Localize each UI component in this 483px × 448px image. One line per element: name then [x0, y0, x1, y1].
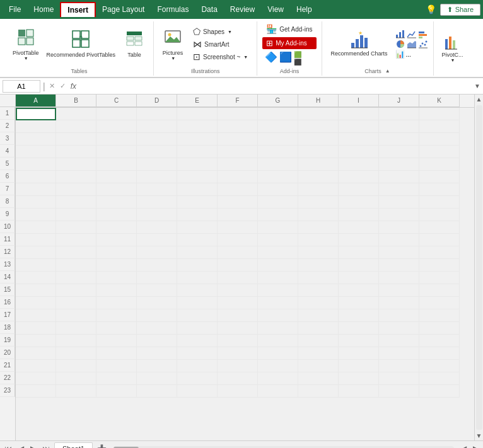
cell-C1[interactable]: [96, 108, 137, 120]
sheet-tab-sheet1[interactable]: Sheet1: [54, 442, 93, 448]
charts-collapse-button[interactable]: ▲: [385, 68, 390, 74]
pivotc-button[interactable]: PivotC... ▼: [439, 33, 467, 64]
formula-cancel-button[interactable]: ✕: [48, 82, 56, 90]
pivot-table-button[interactable]: PivotTable ▼: [10, 27, 42, 62]
row-10[interactable]: 10: [0, 221, 15, 233]
cell-F1[interactable]: [218, 108, 258, 120]
cell-H1[interactable]: [298, 108, 339, 120]
ms-icon-3[interactable]: 🟩: [294, 51, 301, 58]
row-8[interactable]: 8: [0, 195, 15, 208]
table-button[interactable]: Table: [120, 29, 148, 59]
cell-A1[interactable]: [16, 108, 56, 120]
row-18[interactable]: 18: [0, 321, 15, 334]
col-header-E[interactable]: E: [177, 95, 218, 107]
row-21[interactable]: 21: [0, 359, 15, 372]
line-chart-icon[interactable]: [407, 30, 417, 38]
scatter-chart-icon[interactable]: [418, 40, 428, 49]
col-header-K[interactable]: K: [419, 95, 460, 107]
row-7[interactable]: 7: [0, 183, 15, 195]
formula-dropdown-icon[interactable]: ▼: [474, 83, 480, 89]
row-13[interactable]: 13: [0, 258, 15, 271]
scroll-up-button[interactable]: ▲: [475, 95, 483, 104]
tab-view[interactable]: View: [261, 3, 290, 16]
smartart-button[interactable]: ⋈ SmartArt: [189, 38, 252, 50]
col-header-D[interactable]: D: [137, 95, 177, 107]
cell-G1[interactable]: [258, 108, 298, 120]
col-header-H[interactable]: H: [298, 95, 339, 107]
more-charts-icon[interactable]: ...: [406, 51, 411, 58]
col-header-F[interactable]: F: [218, 95, 258, 107]
bar-chart-2-icon[interactable]: [418, 30, 428, 38]
col-header-G[interactable]: G: [258, 95, 298, 107]
row-1[interactable]: 1: [0, 107, 15, 120]
recommended-pivottables-button[interactable]: ? Recommended PivotTables: [44, 29, 119, 59]
row-12[interactable]: 12: [0, 246, 15, 258]
get-addins-button[interactable]: 🏪 Get Add-ins: [262, 23, 316, 35]
ms-icon-2[interactable]: 🟦: [279, 51, 292, 66]
scroll-track[interactable]: [476, 105, 482, 430]
row-3[interactable]: 3: [0, 132, 15, 145]
scroll-left-button[interactable]: ◀: [459, 443, 468, 449]
col-header-A[interactable]: A: [16, 95, 56, 107]
tab-file[interactable]: File: [3, 3, 27, 16]
recommended-charts-button[interactable]: ★ Recommended Charts: [327, 30, 392, 58]
formula-confirm-button[interactable]: ✓: [59, 82, 67, 90]
col-header-C[interactable]: C: [96, 95, 137, 107]
bar-chart-icon[interactable]: [395, 30, 405, 38]
formula-input[interactable]: [80, 80, 472, 93]
cell-A2[interactable]: [16, 120, 56, 133]
screenshot-button[interactable]: ⊡ Screenshot ~ ▼: [189, 50, 252, 63]
cell-D1[interactable]: [137, 108, 177, 120]
col-header-B[interactable]: B: [56, 95, 96, 107]
shapes-button[interactable]: ⬠ Shapes ▼: [189, 25, 252, 38]
cell-K1[interactable]: [419, 108, 460, 120]
tab-help[interactable]: Help: [290, 3, 318, 16]
row-2[interactable]: 2: [0, 120, 15, 132]
cell-I1[interactable]: [339, 108, 379, 120]
col-header-I[interactable]: I: [339, 95, 379, 107]
row-4[interactable]: 4: [0, 145, 15, 158]
area-chart-icon[interactable]: [407, 40, 417, 49]
pie-chart-icon[interactable]: [395, 40, 405, 49]
row-22[interactable]: 22: [0, 372, 15, 384]
cell-B1[interactable]: [56, 108, 96, 120]
row-5[interactable]: 5: [0, 158, 15, 170]
row-14[interactable]: 14: [0, 271, 15, 284]
row-19[interactable]: 19: [0, 334, 15, 347]
ms-icon-4[interactable]: ⬛: [294, 59, 301, 66]
row-11[interactable]: 11: [0, 233, 15, 246]
share-button[interactable]: ⬆ Share: [440, 4, 480, 16]
row-15[interactable]: 15: [0, 284, 15, 296]
pictures-button[interactable]: Pictures ▼: [159, 27, 187, 62]
tab-insert[interactable]: Insert: [60, 2, 96, 17]
row-17[interactable]: 17: [0, 309, 15, 321]
tab-formulas[interactable]: Formulas: [151, 3, 195, 16]
horizontal-scrollbar[interactable]: [113, 446, 454, 449]
sheet-nav-last[interactable]: ⏭: [40, 443, 52, 449]
row-6[interactable]: 6: [0, 170, 15, 183]
row-16[interactable]: 16: [0, 296, 15, 309]
scroll-right-button[interactable]: ▶: [471, 443, 480, 449]
tab-data[interactable]: Data: [195, 3, 223, 16]
vertical-scrollbar[interactable]: ▲ ▼: [474, 95, 483, 440]
cell-reference-input[interactable]: [3, 80, 40, 93]
sheet-nav-prev[interactable]: ◀: [16, 443, 26, 449]
my-addins-button[interactable]: ⊞ My Add-ins: [262, 37, 316, 49]
tab-page-layout[interactable]: Page Layout: [96, 3, 151, 16]
ms-icon-1[interactable]: 🔷: [265, 51, 277, 66]
sheet-nav-next[interactable]: ▶: [28, 443, 38, 449]
add-sheet-button[interactable]: ➕: [95, 443, 108, 449]
fx-button[interactable]: fx: [69, 82, 78, 91]
scroll-down-button[interactable]: ▼: [475, 431, 483, 440]
row-20[interactable]: 20: [0, 347, 15, 359]
row-23[interactable]: 23: [0, 384, 15, 397]
sheet-nav-first[interactable]: ⏮: [3, 443, 14, 449]
tab-review[interactable]: Review: [224, 3, 261, 16]
col-header-J[interactable]: J: [379, 95, 419, 107]
cell-E1[interactable]: [177, 108, 218, 120]
tab-home[interactable]: Home: [27, 3, 60, 16]
pivot-chart-icon[interactable]: 📊: [395, 50, 405, 59]
search-icon[interactable]: 💡: [422, 4, 440, 14]
row-9[interactable]: 9: [0, 208, 15, 221]
cell-J1[interactable]: [379, 108, 419, 120]
